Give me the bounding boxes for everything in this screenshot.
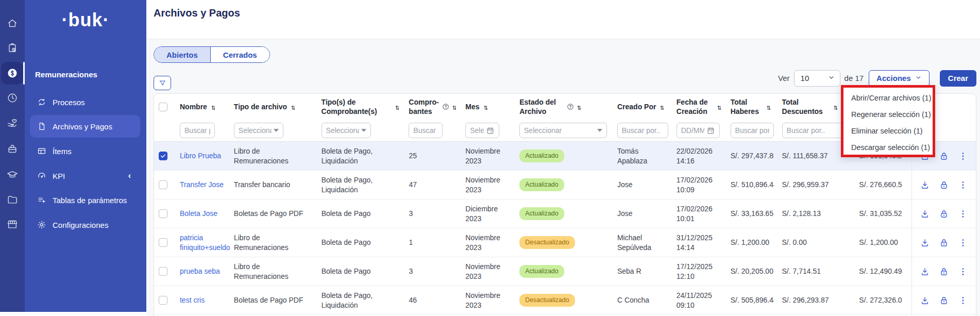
lock-button[interactable]	[939, 180, 949, 190]
column-header-tipo[interactable]: Tipo de archivo	[230, 94, 317, 120]
file-name-link[interactable]: Boleta Jose	[180, 209, 217, 219]
filter-text-descuentos[interactable]	[782, 123, 844, 138]
chevron-left-icon[interactable]: ‹	[128, 171, 131, 180]
filter-input[interactable]	[787, 126, 839, 135]
actions-menu-item[interactable]: Descargar selección (1)	[843, 139, 933, 156]
sort-icon[interactable]	[716, 104, 722, 110]
filter-input[interactable]	[622, 126, 664, 135]
cell-descuentos: S/. 2,128.13	[778, 199, 855, 228]
cell-creado_por: Jose	[613, 171, 672, 199]
sidebar-item-archivos-y-pagos[interactable]: Archivos y Pagos	[30, 115, 140, 138]
tab-cerrados[interactable]: Cerrados	[210, 47, 269, 62]
filter-date-mes[interactable]: Seleccionar	[465, 123, 499, 138]
file-name-link[interactable]: prueba seba	[180, 267, 220, 276]
actions-button[interactable]: Acciones	[869, 70, 930, 87]
lock-button[interactable]	[939, 295, 949, 306]
download-button[interactable]	[920, 180, 930, 190]
lock-button[interactable]	[939, 267, 949, 277]
page-size-select[interactable]: 10	[794, 70, 840, 87]
cell-total: S/. 272,326.0	[855, 286, 911, 314]
money-icon[interactable]	[0, 62, 25, 85]
tasks-icon[interactable]	[0, 37, 25, 59]
column-header-fecha[interactable]: Fecha de Creación	[672, 94, 726, 120]
column-header-haberes[interactable]: Total Haberes	[726, 94, 778, 120]
download-button[interactable]	[920, 267, 930, 277]
sort-icon[interactable]	[451, 104, 458, 110]
sidebar-item-procesos[interactable]: Procesos	[30, 91, 140, 113]
sort-icon[interactable]	[290, 104, 296, 110]
file-name-link[interactable]: patricia finiquito+sueldo	[180, 233, 230, 253]
actions-menu-item[interactable]: Eliminar selección (1)	[843, 123, 933, 139]
filter-input[interactable]	[735, 126, 769, 135]
file-name-link[interactable]: Transfer Jose	[180, 180, 224, 190]
lock-button[interactable]	[939, 209, 949, 219]
lock-button[interactable]	[939, 238, 949, 248]
education-icon[interactable]	[0, 163, 25, 186]
actions-menu-item[interactable]: Regenerar selección (1)	[843, 106, 933, 123]
filter-input[interactable]	[413, 126, 438, 135]
lock-button[interactable]	[939, 151, 949, 161]
row-checkbox[interactable]	[159, 152, 167, 160]
sidebar-item--tems[interactable]: Ítems	[30, 140, 140, 162]
cell-value: 22/02/2026 14:16	[677, 146, 722, 166]
sort-icon[interactable]	[833, 104, 839, 110]
tab-abiertos[interactable]: Abiertos	[154, 47, 210, 62]
cell-estado: Desactualizado	[515, 228, 613, 257]
sort-icon[interactable]	[394, 104, 400, 110]
row-checkbox[interactable]	[159, 209, 167, 218]
column-header-nombre[interactable]: Nombre	[176, 94, 230, 120]
column-header-comprobante_tipos[interactable]: Tipo(s) de Comprobante(s)	[317, 94, 405, 120]
folder-icon[interactable]	[0, 188, 25, 211]
column-header-comprobantes[interactable]: Compro­bantes	[404, 94, 461, 120]
row-checkbox[interactable]	[159, 238, 167, 247]
sort-icon[interactable]	[659, 104, 665, 110]
sidebar-item-tablas-de-par-metros[interactable]: Tablas de parámetros	[30, 189, 140, 211]
download-button[interactable]	[920, 238, 930, 248]
file-name-link[interactable]: test cris	[180, 295, 205, 305]
sidebar-item-configuraciones[interactable]: Configuraciones	[30, 213, 140, 236]
more-options-button[interactable]	[958, 238, 968, 248]
more-options-button[interactable]	[958, 180, 968, 190]
filter-text-haberes[interactable]	[731, 123, 774, 138]
create-button[interactable]: Crear	[940, 70, 976, 87]
filter-select-estado[interactable]: Seleccionar	[519, 123, 607, 138]
sidebar-item-kpi[interactable]: KPI‹	[30, 164, 140, 187]
lunchbox-icon[interactable]	[0, 138, 25, 160]
filter-button[interactable]	[154, 76, 171, 90]
filter-input[interactable]	[184, 126, 210, 135]
actions-menu-item[interactable]: Abrir/Cerrar archivos (1)	[843, 90, 933, 106]
sort-icon[interactable]	[766, 104, 772, 110]
sort-icon[interactable]	[210, 104, 216, 110]
filter-date-fecha[interactable]: DD/MM/AAAA	[677, 123, 720, 138]
filter-select-comprobante_tipos[interactable]: Seleccionar	[322, 123, 371, 138]
calendar-icon[interactable]	[486, 126, 495, 135]
more-options-button[interactable]	[958, 209, 968, 219]
more-options-button[interactable]	[958, 295, 968, 306]
sort-icon[interactable]	[576, 104, 582, 110]
column-header-creado_por[interactable]: Creado Por	[613, 94, 672, 120]
calendar-icon[interactable]	[706, 126, 715, 135]
store-icon[interactable]	[0, 213, 25, 236]
filter-text-creado_por[interactable]	[617, 123, 668, 138]
column-header-estado[interactable]: Estado del Archivo	[515, 94, 613, 120]
row-checkbox[interactable]	[159, 180, 167, 189]
benefits-icon[interactable]	[0, 111, 25, 134]
filter-text-comprobantes[interactable]	[409, 123, 443, 138]
help-icon[interactable]	[567, 103, 574, 110]
sort-icon[interactable]	[483, 104, 489, 110]
filter-select-tipo[interactable]: Seleccionar	[234, 123, 283, 138]
download-button[interactable]	[920, 295, 930, 306]
more-options-button[interactable]	[958, 151, 968, 161]
file-name-link[interactable]: Libro Prueba	[180, 151, 221, 161]
help-icon[interactable]	[442, 103, 449, 110]
more-options-button[interactable]	[958, 267, 968, 277]
download-button[interactable]	[920, 209, 930, 219]
select-all-checkbox[interactable]	[159, 103, 167, 111]
home-icon[interactable]	[0, 12, 25, 35]
filter-text-nombre[interactable]	[180, 123, 215, 138]
cell-value: Seba R	[617, 267, 641, 276]
clock-icon[interactable]	[0, 87, 25, 109]
column-header-mes[interactable]: Mes	[461, 94, 515, 120]
row-checkbox[interactable]	[159, 296, 167, 305]
row-checkbox[interactable]	[159, 267, 167, 276]
